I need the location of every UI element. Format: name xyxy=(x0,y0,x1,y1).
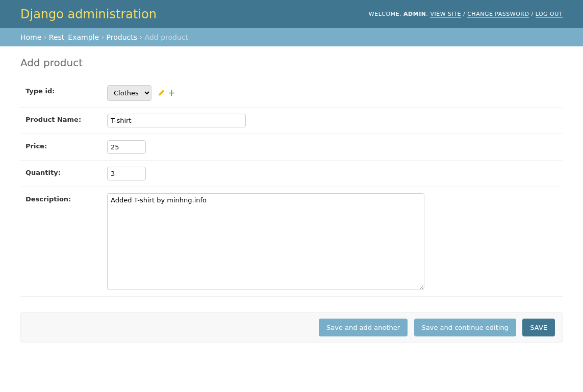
save-add-another-button[interactable]: Save and add another xyxy=(319,319,408,336)
breadcrumb-sep: › xyxy=(44,33,47,41)
user-tools: WELCOME, ADMIN. VIEW SITE / CHANGE PASSW… xyxy=(369,11,563,17)
content: Add product Type id: Clothes Product xyxy=(0,46,583,353)
breadcrumb-model[interactable]: Products xyxy=(107,33,137,41)
page-title: Add product xyxy=(20,57,563,69)
change-password-link[interactable]: CHANGE PASSWORD xyxy=(467,11,529,18)
description-textarea[interactable] xyxy=(107,193,424,290)
branding: Django administration xyxy=(20,7,157,21)
breadcrumb: Home › Rest_Example › Products › Add pro… xyxy=(0,28,583,46)
pencil-icon[interactable] xyxy=(158,90,165,97)
plus-icon[interactable] xyxy=(168,90,175,97)
price-input[interactable] xyxy=(107,140,146,154)
save-continue-button[interactable]: Save and continue editing xyxy=(414,319,516,336)
breadcrumb-home[interactable]: Home xyxy=(20,33,41,41)
breadcrumb-sep: › xyxy=(140,33,143,41)
description-label: Description: xyxy=(26,193,107,203)
breadcrumb-app[interactable]: Rest_Example xyxy=(49,33,99,41)
product-name-label: Product Name: xyxy=(26,114,107,123)
save-button[interactable]: SAVE xyxy=(522,319,555,336)
welcome-text: WELCOME, xyxy=(369,11,401,17)
logout-link[interactable]: LOG OUT xyxy=(536,11,563,18)
site-title[interactable]: Django administration xyxy=(20,7,157,21)
form-row-type-id: Type id: Clothes xyxy=(20,79,563,108)
submit-row: Save and add another Save and continue e… xyxy=(20,312,563,343)
separator: / xyxy=(531,11,533,17)
user-name: ADMIN xyxy=(403,11,426,17)
quantity-label: Quantity: xyxy=(26,167,107,176)
price-label: Price: xyxy=(26,140,107,150)
form-row-description: Description: xyxy=(20,187,563,297)
type-id-label: Type id: xyxy=(26,85,107,95)
quantity-input[interactable] xyxy=(107,167,146,180)
breadcrumb-current: Add product xyxy=(145,33,188,41)
form-row-price: Price: xyxy=(20,134,563,161)
view-site-link[interactable]: VIEW SITE xyxy=(430,11,461,18)
type-id-select[interactable]: Clothes xyxy=(107,85,151,101)
breadcrumb-sep: › xyxy=(102,33,105,41)
header: Django administration WELCOME, ADMIN. VI… xyxy=(0,0,583,28)
form-row-quantity: Quantity: xyxy=(20,161,563,187)
form-row-product-name: Product Name: xyxy=(20,108,563,134)
separator: / xyxy=(463,11,465,17)
product-name-input[interactable] xyxy=(107,114,246,127)
form-module: Type id: Clothes Product Name: xyxy=(20,79,563,297)
